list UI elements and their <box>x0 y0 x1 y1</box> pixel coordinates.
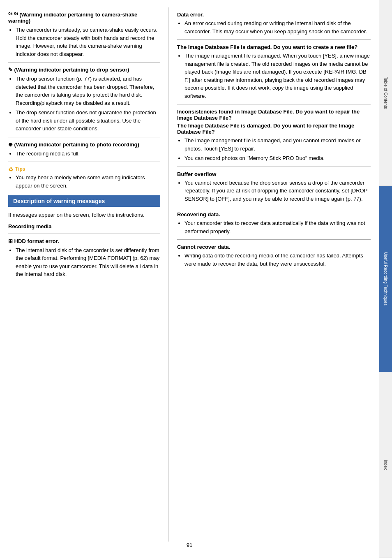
buffer-overflow-title: Buffer overflow <box>177 171 371 177</box>
page-number: 91 <box>0 542 379 548</box>
divider <box>177 167 371 167</box>
sidebar: Table of Contents Useful Recording Techn… <box>379 0 392 558</box>
drop-sensor-bullets: The drop sensor function (p. 77) is acti… <box>8 75 160 133</box>
drop-sensor-icon: ✎ <box>8 67 13 73</box>
recovering-data-title: Recovering data. <box>177 211 371 218</box>
photo-recording-icon: ⊕ <box>8 141 13 148</box>
inconsistencies-bullets: The image management file is damaged, an… <box>177 137 371 162</box>
camera-shake-title: ⁰⁴ ⁰⁴ (Warning indicator pertaining to c… <box>8 12 160 24</box>
list-item: You cannot record because the drop senso… <box>184 179 371 203</box>
divider <box>8 137 160 137</box>
list-item: Writing data onto the recording media of… <box>184 252 371 268</box>
tips-bullets: You may hear a melody when some warning … <box>8 174 160 190</box>
inconsistencies-title: Inconsistencies found in Image Database … <box>177 109 371 121</box>
page-container: ⁰⁴ ⁰⁴ (Warning indicator pertaining to c… <box>0 0 392 558</box>
list-item: The internal hard disk of the camcorder … <box>16 246 160 278</box>
left-column: ⁰⁴ ⁰⁴ (Warning indicator pertaining to c… <box>8 7 168 542</box>
inconsistencies-subtitle: The Image Database File is damaged. Do y… <box>177 123 371 135</box>
inconsistencies-section: Inconsistencies found in Image Database … <box>177 109 371 162</box>
divider <box>177 104 371 104</box>
recovering-data-bullets: Your camcorder tries to recover data aut… <box>177 219 371 235</box>
sidebar-useful-recording[interactable]: Useful Recording Techniques <box>379 186 392 372</box>
list-item: You can record photos on "Memory Stick P… <box>184 154 371 162</box>
divider <box>8 234 160 234</box>
sidebar-table-of-contents[interactable]: Table of Contents <box>379 0 392 186</box>
divider <box>177 239 371 240</box>
main-content: ⁰⁴ ⁰⁴ (Warning indicator pertaining to c… <box>0 0 379 558</box>
tips-section: ♻ Tips You may hear a melody when some w… <box>8 166 160 190</box>
tips-icon: ♻ <box>8 166 14 173</box>
list-item: The image management file is damaged. Wh… <box>184 52 371 100</box>
camera-shake-icon: ⁰⁴ <box>8 12 12 18</box>
tips-row: ♻ Tips <box>8 166 160 173</box>
cannot-recover-section: Cannot recover data. Writing data onto t… <box>177 244 371 268</box>
buffer-overflow-bullets: You cannot record because the drop senso… <box>177 179 371 203</box>
hdd-format-bullets: The internal hard disk of the camcorder … <box>8 246 160 278</box>
divider <box>177 207 371 207</box>
intro-text: If messages appear on the screen, follow… <box>8 211 160 219</box>
list-item: The recording media is full. <box>16 150 160 158</box>
photo-recording-section: ⊕ (Warning indicator pertaining to photo… <box>8 141 160 158</box>
list-item: You may hear a melody when some warning … <box>16 174 160 190</box>
list-item: The camcorder is unsteady, so camera-sha… <box>16 26 160 58</box>
cannot-recover-title: Cannot recover data. <box>177 244 371 250</box>
drop-sensor-section: ✎ (Warning indicator pertaining to drop … <box>8 67 160 133</box>
sidebar-index[interactable]: Index <box>379 372 392 558</box>
list-item: The drop sensor function (p. 77) is acti… <box>16 75 160 107</box>
photo-recording-title: ⊕ (Warning indicator pertaining to photo… <box>8 141 160 148</box>
data-error-bullets: An error occurred during reading or writ… <box>177 19 371 35</box>
image-database-damaged-bullets: The image management file is damaged. Wh… <box>177 52 371 100</box>
list-item: The drop sensor function does not guaran… <box>16 109 160 133</box>
hdd-format-title: ⊞ HDD format error. <box>8 238 160 244</box>
camera-shake-section: ⁰⁴ ⁰⁴ (Warning indicator pertaining to c… <box>8 12 160 58</box>
camera-shake-bullets: The camcorder is unsteady, so camera-sha… <box>8 26 160 58</box>
list-item: The image management file is damaged, an… <box>184 137 371 153</box>
hdd-icon: ⊞ <box>8 238 13 244</box>
buffer-overflow-section: Buffer overflow You cannot record becaus… <box>177 171 371 203</box>
recovering-data-section: Recovering data. Your camcorder tries to… <box>177 211 371 235</box>
image-database-damaged-title: The Image Database File is damaged. Do y… <box>177 44 371 50</box>
divider <box>8 62 160 63</box>
image-database-damaged-section: The Image Database File is damaged. Do y… <box>177 44 371 100</box>
hdd-format-section: ⊞ HDD format error. The internal hard di… <box>8 238 160 278</box>
list-item: An error occurred during reading or writ… <box>184 19 371 35</box>
divider <box>8 162 160 162</box>
cannot-recover-bullets: Writing data onto the recording media of… <box>177 252 371 268</box>
recording-media-heading: Recording media <box>8 223 160 229</box>
data-error-title: Data error. <box>177 12 371 18</box>
tips-label: Tips <box>15 166 25 172</box>
photo-recording-bullets: The recording media is full. <box>8 150 160 158</box>
right-column: Data error. An error occurred during rea… <box>168 7 371 542</box>
divider <box>177 39 371 40</box>
list-item: Your camcorder tries to recover data aut… <box>184 219 371 235</box>
description-box: Description of warning messages <box>8 195 160 207</box>
drop-sensor-title: ✎ (Warning indicator pertaining to drop … <box>8 67 160 73</box>
data-error-section: Data error. An error occurred during rea… <box>177 12 371 35</box>
